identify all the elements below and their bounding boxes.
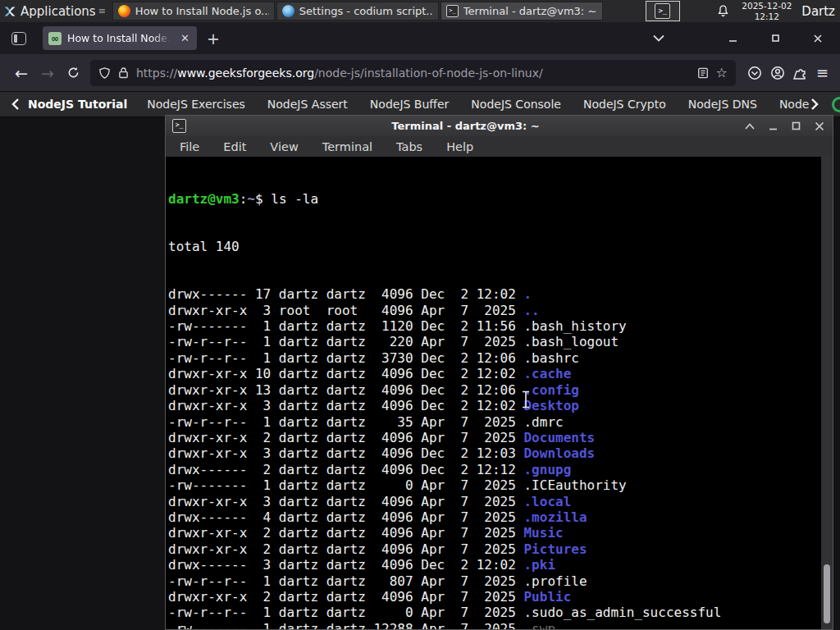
- sitenav-item[interactable]: NodeJS Buffer: [370, 98, 450, 111]
- terminal-icon: >_: [446, 5, 459, 17]
- file-name: .gnupg: [523, 462, 571, 477]
- taskbar-window-firefox[interactable]: How to Install Node.js o...: [112, 2, 275, 21]
- file-name: .mozilla: [523, 509, 587, 525]
- file-name: .: [523, 286, 532, 302]
- terminal-output-line: -rw-r--r-- 1 dartz dartz 3730 Dec 2 12:0…: [168, 350, 821, 366]
- terminal-output-line: drwxr-xr-x 3 dartz dartz 4096 Dec 2 12:0…: [168, 445, 821, 461]
- site-favicon: ∞: [48, 32, 62, 45]
- menu-tabs[interactable]: Tabs: [396, 140, 422, 153]
- window-close-button[interactable]: [806, 27, 830, 50]
- toolbar-icons: ≡: [747, 64, 829, 81]
- bookmark-star-icon[interactable]: ☆: [716, 65, 728, 80]
- terminal-shade-button[interactable]: [745, 123, 755, 130]
- terminal-output-line: -rw------- 1 dartz dartz 1120 Dec 2 11:5…: [168, 318, 821, 334]
- new-tab-button[interactable]: +: [207, 30, 220, 48]
- terminal-output-line: drwxr-xr-x 13 dartz dartz 4096 Dec 2 12:…: [168, 382, 821, 398]
- pocket-save-icon[interactable]: [747, 66, 762, 80]
- sitenav-item[interactable]: Node: [779, 98, 810, 111]
- terminal-screen[interactable]: dartz@vm3:~$ ls -la total 140 drwx------…: [166, 157, 833, 629]
- url-bar[interactable]: https://www.geeksforgeeks.org/node-js/in…: [90, 60, 736, 86]
- terminal-close-button[interactable]: [815, 121, 824, 131]
- sitenav-item[interactable]: NodeJS DNS: [688, 98, 757, 111]
- url-path: /node-js/installation-of-node-js-on-linu…: [314, 66, 543, 80]
- file-name: .swp: [523, 621, 555, 629]
- file-name: Pictures: [523, 541, 587, 557]
- file-name: .cache: [523, 366, 571, 381]
- terminal-output-line: drwx------ 3 dartz dartz 4096 Dec 2 12:0…: [168, 557, 821, 573]
- terminal-output-line: total 140: [168, 239, 821, 254]
- menu-help[interactable]: Help: [446, 140, 473, 153]
- applications-menu-button[interactable]: Applications ≡: [0, 0, 111, 22]
- clock-time: 12:12: [742, 11, 792, 22]
- terminal-scrollbar[interactable]: [821, 157, 833, 629]
- app-menu-icon[interactable]: ≡: [816, 64, 829, 81]
- lock-icon[interactable]: [118, 66, 129, 79]
- panel-clock[interactable]: 2025-12-02 12:12: [742, 1, 792, 21]
- menu-file[interactable]: File: [180, 140, 199, 153]
- tab-close-icon[interactable]: ✕: [179, 32, 191, 44]
- url-scheme: https://: [136, 66, 177, 80]
- sitenav-item[interactable]: NodeJS Crypto: [583, 98, 666, 111]
- sitenav-item[interactable]: NodeJS Exercises: [147, 98, 245, 111]
- menu-view[interactable]: View: [270, 140, 298, 153]
- terminal-output-line: drwx------ 17 dartz dartz 4096 Dec 2 12:…: [168, 286, 821, 302]
- nav-scroll-right-icon[interactable]: [810, 98, 819, 110]
- file-name: ..: [523, 303, 539, 318]
- user-menu[interactable]: Dartz: [801, 4, 835, 19]
- tab-bar: ∞ How to Install Node.js on ✕ +: [0, 22, 840, 54]
- distro-logo-icon: [3, 5, 16, 18]
- terminal-minimize-button[interactable]: [769, 122, 778, 130]
- file-name: Public: [523, 589, 571, 605]
- navigation-toolbar: ← → https://www.geeksforgeeks.org/node-j…: [0, 54, 840, 92]
- window-minimize-button[interactable]: [720, 27, 745, 50]
- window-maximize-button[interactable]: [763, 27, 788, 50]
- terminal-output-line: -rw-r--r-- 1 dartz dartz 220 Apr 7 2025 …: [168, 334, 821, 349]
- terminal-output-line: -rw-r--r-- 1 dartz dartz 0 Apr 7 2025 .s…: [168, 605, 821, 620]
- file-name: .sudo_as_admin_successful: [523, 605, 721, 620]
- site-secondary-nav: NodeJS Tutorial NodeJS Exercises NodeJS …: [0, 92, 840, 117]
- terminal-output-line: drwxr-xr-x 3 dartz dartz 4096 Apr 7 2025…: [168, 494, 821, 509]
- taskbar-window-terminal[interactable]: >_ Terminal - dartz@vm3: ~: [441, 2, 603, 21]
- extensions-puzzle-icon[interactable]: [793, 66, 808, 80]
- terminal-window: >_ Terminal - dartz@vm3: ~ File Edit Vie…: [165, 115, 833, 630]
- terminal-output-line: drwx------ 4 dartz dartz 4096 Apr 7 2025…: [168, 509, 821, 525]
- menu-terminal[interactable]: Terminal: [322, 140, 372, 153]
- terminal-maximize-button[interactable]: [792, 121, 801, 130]
- notification-bell-icon[interactable]: [716, 4, 730, 18]
- url-host: www.geeksforgeeks.org: [177, 66, 314, 80]
- nav-scroll-left-icon[interactable]: [11, 98, 20, 110]
- list-all-tabs-icon[interactable]: [646, 27, 671, 50]
- taskbar-window-label: Settings - codium script...: [299, 5, 433, 17]
- sitenav-item[interactable]: NodeJS Tutorial: [28, 98, 127, 111]
- firefox-view-icon[interactable]: [11, 32, 26, 45]
- reload-icon[interactable]: [61, 62, 85, 84]
- file-name: Music: [523, 525, 563, 541]
- browser-tab-active[interactable]: ∞ How to Install Node.js on ✕: [43, 26, 197, 50]
- forward-button[interactable]: →: [34, 64, 61, 82]
- tracking-shield-icon[interactable]: [98, 66, 111, 80]
- file-name: Documents: [523, 430, 595, 445]
- gfg-search-icon[interactable]: [832, 97, 840, 112]
- prompt-command: $ ls -la: [255, 191, 318, 207]
- terminal-menubar: File Edit View Terminal Tabs Help: [166, 136, 833, 157]
- file-name: .ICEauthority: [523, 477, 626, 493]
- sitenav-item[interactable]: NodeJS Console: [471, 98, 561, 111]
- tab-title: How to Install Node.js on: [67, 32, 173, 44]
- taskbar-window-codium[interactable]: Settings - codium script...: [276, 2, 439, 21]
- prompt-path: ~: [247, 191, 255, 207]
- menu-edit[interactable]: Edit: [223, 140, 246, 153]
- terminal-listing: drwx------ 17 dartz dartz 4096 Dec 2 12:…: [168, 286, 821, 629]
- account-icon[interactable]: [770, 66, 785, 80]
- terminal-output-line: -rw------- 1 dartz dartz 12288 Apr 7 202…: [168, 621, 821, 629]
- file-name: .profile: [523, 573, 587, 589]
- reader-mode-icon[interactable]: [697, 67, 709, 79]
- codium-icon: [282, 5, 294, 17]
- back-button[interactable]: ←: [8, 64, 34, 82]
- terminal-output-line: -rw-r--r-- 1 dartz dartz 35 Apr 7 2025 .…: [168, 414, 821, 430]
- terminal-titlebar[interactable]: >_ Terminal - dartz@vm3: ~: [166, 116, 833, 136]
- file-name: .bashrc: [523, 350, 578, 366]
- file-name: .config: [523, 382, 578, 398]
- scrollbar-thumb[interactable]: [824, 564, 830, 623]
- tray-terminal-launcher[interactable]: >_: [646, 1, 680, 21]
- sitenav-item[interactable]: NodeJS Assert: [267, 98, 348, 111]
